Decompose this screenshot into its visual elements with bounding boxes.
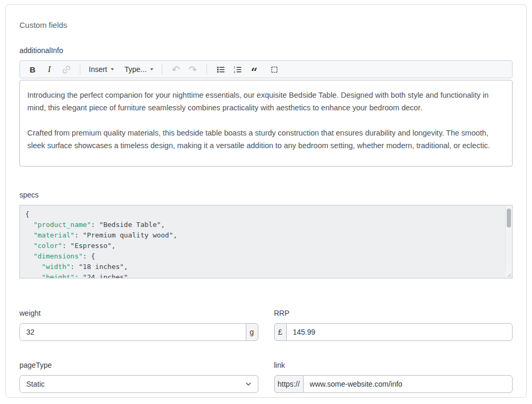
ordered-list-icon: 1 2 <box>233 65 242 74</box>
code-line: "dimensions": { <box>25 251 499 262</box>
specs-code: { "product_name": "Bedside Table", "mate… <box>20 205 512 278</box>
code-line: "height": "24 inches" <box>25 272 499 278</box>
chevron-down-icon <box>111 68 114 70</box>
insert-dropdown-label: Insert <box>89 65 107 74</box>
code-line: "product_name": "Bedside Table", <box>25 220 499 230</box>
additional-info-field: additionalInfo B I Insert Ty <box>19 46 513 167</box>
rich-text-toolbar: B I Insert Type... <box>19 60 513 78</box>
custom-fields-card: Custom fields additionalInfo B I Insert <box>5 4 527 398</box>
redo-button[interactable]: ↷ <box>185 62 200 77</box>
ordered-list-button[interactable]: 1 2 <box>230 62 245 77</box>
link-field: link https:// <box>274 361 513 393</box>
toolbar-divider <box>162 64 162 75</box>
pagetype-link-row: pageType Static link https:// <box>19 361 513 393</box>
bold-button[interactable]: B <box>25 62 40 77</box>
insert-dropdown[interactable]: Insert <box>87 62 116 77</box>
type-dropdown[interactable]: Type... <box>122 62 155 77</box>
editor-content[interactable]: Introducing the perfect companion for yo… <box>19 80 513 167</box>
card-title: Custom fields <box>19 20 513 29</box>
specs-label: specs <box>19 191 513 199</box>
code-key: "dimensions" <box>34 252 83 260</box>
protocol-addon: https:// <box>274 375 304 393</box>
embed-block-button[interactable] <box>267 62 281 77</box>
additional-info-label: additionalInfo <box>19 46 513 55</box>
bullet-list-button[interactable] <box>213 62 228 77</box>
undo-icon: ↶ <box>172 65 180 75</box>
blockquote-button[interactable]: “ <box>247 62 262 77</box>
code-line: { <box>25 209 499 220</box>
code-line: "material": "Premium quality wood", <box>25 230 499 241</box>
weight-rrp-row: weight g RRP £ <box>19 309 513 341</box>
redo-icon: ↷ <box>189 65 197 75</box>
rrp-input[interactable] <box>286 323 513 341</box>
undo-button[interactable]: ↶ <box>169 62 183 77</box>
specs-code-editor[interactable]: { "product_name": "Bedside Table", "mate… <box>19 205 513 278</box>
weight-label: weight <box>19 309 258 317</box>
weight-field: weight g <box>19 309 258 341</box>
specs-scrollbar[interactable] <box>505 205 512 272</box>
blockquote-icon: “ <box>251 69 258 75</box>
embed-block-icon <box>272 67 277 72</box>
code-line: "width": "18 inches", <box>25 262 499 272</box>
code-key: "color" <box>34 242 62 250</box>
type-dropdown-label: Type... <box>124 65 147 74</box>
editor-paragraph: Introducing the perfect companion for yo… <box>27 89 505 114</box>
svg-text:1: 1 <box>233 66 235 69</box>
weight-input[interactable] <box>19 323 246 341</box>
code-key: "product_name" <box>34 221 91 229</box>
link-input[interactable] <box>303 375 513 393</box>
specs-scrollbar-thumb[interactable] <box>507 209 511 227</box>
page: Custom fields additionalInfo B I Insert <box>0 0 532 404</box>
svg-text:2: 2 <box>233 70 235 73</box>
currency-addon: £ <box>274 323 287 341</box>
code-key: "material" <box>34 231 75 239</box>
editor-paragraph: Crafted from premium quality materials, … <box>27 127 505 152</box>
code-key: "height" <box>41 273 75 278</box>
chevron-down-icon <box>150 68 153 70</box>
bullet-list-icon <box>216 65 225 74</box>
link-button[interactable] <box>59 62 74 77</box>
rrp-label: RRP <box>274 309 513 317</box>
toolbar-divider <box>80 64 80 75</box>
resize-handle[interactable] <box>505 271 512 277</box>
weight-unit-addon: g <box>246 323 258 341</box>
code-key: "width" <box>41 263 70 271</box>
toolbar-divider <box>206 64 207 75</box>
page-type-field: pageType Static <box>19 361 258 393</box>
page-type-label: pageType <box>19 361 258 369</box>
specs-field: specs { "product_name": "Bedside Table",… <box>19 191 513 278</box>
page-type-select[interactable]: Static <box>19 375 258 393</box>
link-icon <box>62 65 71 74</box>
rrp-field: RRP £ <box>274 309 513 341</box>
code-line: "color": "Espresso", <box>25 241 499 251</box>
link-label: link <box>274 361 513 369</box>
italic-button[interactable]: I <box>42 62 57 77</box>
